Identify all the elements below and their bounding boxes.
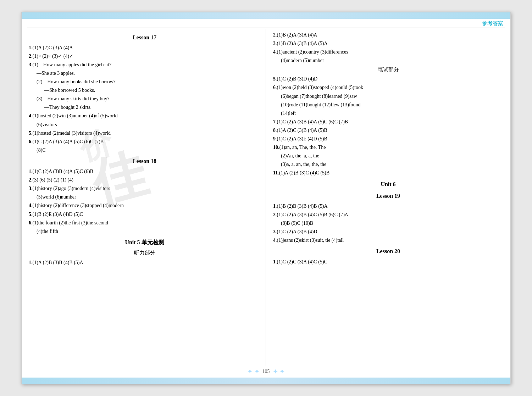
- bottom-bar: [22, 378, 510, 384]
- right-q6d: (14)left: [273, 109, 503, 117]
- left-column: Lesson 17 1.(1)A (2)C (3)A (4)A 2.(1)× (…: [27, 29, 266, 366]
- lesson20-q1: 1.(1)C (2)C (3)A (4)C (5)C: [273, 258, 503, 266]
- lesson18-q5: 5.(1)B (2)E (3)A (4)D (5)C: [29, 210, 260, 218]
- lesson17-q3-2a: (2)—How many books did she borrow?: [29, 78, 260, 86]
- right-q10: 10.(1)an, an, The, the, The: [273, 143, 503, 151]
- lesson18-q6: 6.(1)the fourth (2)the first (3)the seco…: [29, 219, 260, 227]
- lesson17-title: Lesson 17: [29, 33, 260, 42]
- lesson18-title: Lesson 18: [29, 156, 260, 166]
- right-q10b: (2)An, the, a, a, the: [273, 152, 503, 160]
- bishi-title: 笔试部分: [273, 65, 503, 74]
- lesson18-q3: 3.(1)history (2)ago (3)modern (4)visitor…: [29, 184, 260, 193]
- lesson19-q4: 4.(1)jeans (2)skirt (3)suit, tie (4)tall: [273, 236, 503, 244]
- top-bar: [22, 12, 510, 19]
- unit6-title: Unit 6: [273, 179, 503, 189]
- lesson17-q3-label: 3.(1)—How many apples did the girl eat?: [29, 61, 260, 69]
- header-area: 参考答案: [22, 19, 510, 27]
- lesson17-q3-3a: (3)—How many skirts did they buy?: [29, 95, 260, 103]
- right-q9: 9.(1)C (2)A (3)E (4)D (5)B: [273, 135, 503, 143]
- page-number: 105: [262, 369, 270, 374]
- right-q4b: (4)modern (5)number: [273, 56, 503, 65]
- right-q8: 8.(1)A (2)C (3)B (4)A (5)B: [273, 126, 503, 134]
- unit5-title: Unit 5 单元检测: [29, 238, 260, 247]
- lesson17-q4b: (6)visitors: [29, 121, 260, 129]
- unit5-subtitle: 听力部分: [29, 249, 260, 258]
- footer-dots-right: ✦ ✦: [273, 368, 285, 375]
- lesson19-q2: 2.(1)C (2)A (3)B (4)C (5)B (6)C (7)A: [273, 211, 503, 219]
- lesson19-q1: 1.(1)B (2)B (3)B (4)B (5)A: [273, 202, 503, 210]
- lesson18-q6b: (4)the fifth: [29, 227, 260, 235]
- right-q5: 5.(1)C (2)B (3)D (4)D: [273, 75, 503, 83]
- page-container: 参考答案 Lesson 17 1.(1)A (2)C (3)A (4)A 2.(…: [0, 0, 532, 396]
- lesson17-q3-2b: —She borrowed 5 books.: [29, 86, 260, 94]
- lesson20-title: Lesson 20: [273, 246, 503, 256]
- lesson17-q1: 1.(1)A (2)C (3)A (4)A: [29, 44, 260, 52]
- lesson17-q5: 5.(1)hosted (2)medal (3)visitors (4)worl…: [29, 129, 260, 137]
- lesson17-q6: 6.(1)C (2)A (3)A (4)A (5)C (6)C (7)B: [29, 138, 260, 146]
- footer-dots-left: ✦ ✦: [247, 368, 260, 375]
- main-content: Lesson 17 1.(1)A (2)C (3)A (4)A 2.(1)× (…: [22, 29, 510, 366]
- lesson19-title: Lesson 19: [273, 191, 503, 201]
- lesson19-q3: 3.(1)C (2)A (3)B (4)D: [273, 228, 503, 236]
- right-q6c: (10)rode (11)bought (12)flew (13)found: [273, 101, 503, 109]
- lesson17-q3-3b: —They bought 2 skirts.: [29, 103, 260, 111]
- lesson17-q4: 4.(1)hosted (2)win (3)number (4)of (5)wo…: [29, 112, 260, 120]
- unit5-q1: 1.(1)A (2)B (3)B (4)B (5)A: [29, 258, 260, 267]
- right-q6b: (6)began (7)thought (8)learned (9)saw: [273, 92, 503, 100]
- lesson18-q2: 2.(3) (6) (5) (2) (1) (4): [29, 176, 260, 184]
- right-q11: 11.(1)A (2)B (3)C (4)C (5)B: [273, 169, 503, 177]
- right-q10c: (3)a, a, an, the, the, the: [273, 160, 503, 168]
- lesson19-q2b: (8)B (9)C (10)B: [273, 219, 503, 227]
- right-q4: 4.(1)ancient (2)country (3)differences: [273, 48, 503, 56]
- lesson18-q1: 1.(1)C (2)A (3)B (4)A (5)C (6)B: [29, 167, 260, 175]
- lesson18-q3b: (5)world (6)number: [29, 193, 260, 201]
- right-q6: 6.(1)won (2)held (3)stopped (4)could (5)…: [273, 83, 503, 91]
- lesson18-q4: 4.(1)history (2)difference (3)stopped (4…: [29, 201, 260, 210]
- lesson17-q6b: (8)C: [29, 146, 260, 154]
- ref-answer-label: 参考答案: [482, 20, 503, 27]
- header-divider: [27, 28, 505, 28]
- book-page: 参考答案 Lesson 17 1.(1)A (2)C (3)A (4)A 2.(…: [21, 12, 511, 384]
- right-q3: 3.(1)B (2)A (3)B (4)A (5)A: [273, 39, 503, 48]
- right-q2: 2.(1)B (2)A (3)A (4)A: [273, 31, 503, 39]
- lesson17-q2: 2.(1)× (2)× (3)✓ (4)✓: [29, 52, 260, 60]
- lesson17-q3-1b: —She ate 3 apples.: [29, 69, 260, 77]
- footer: ✦ ✦ 105 ✦ ✦: [22, 366, 510, 378]
- right-column: 2.(1)B (2)A (3)A (4)A 3.(1)B (2)A (3)B (…: [266, 29, 505, 366]
- right-q7: 7.(1)C (2)A (3)B (4)A (5)C (6)C (7)B: [273, 118, 503, 126]
